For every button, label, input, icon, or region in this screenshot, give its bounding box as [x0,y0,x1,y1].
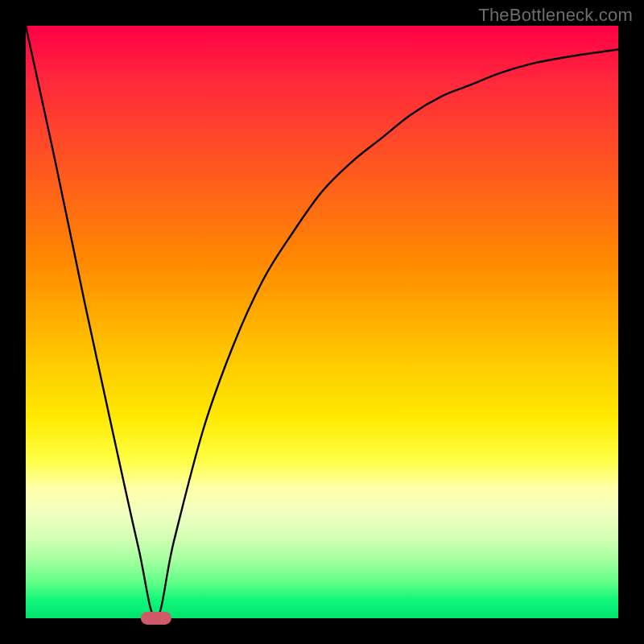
plot-area [26,26,618,618]
curve-svg [26,26,618,618]
watermark-text: TheBottleneck.com [478,5,633,26]
curve-path [26,26,618,618]
min-marker [141,612,171,625]
chart-frame: TheBottleneck.com [0,0,644,644]
